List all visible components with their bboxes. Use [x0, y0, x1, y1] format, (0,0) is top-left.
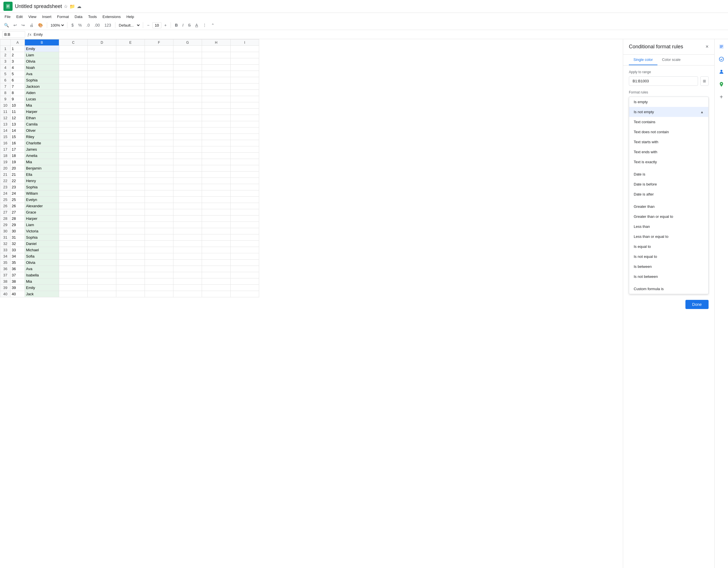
menu-tools[interactable]: Tools	[86, 13, 99, 20]
cell-a[interactable]: 19	[11, 159, 25, 165]
currency-btn[interactable]: $	[70, 22, 75, 29]
cell-h[interactable]	[202, 121, 231, 127]
cell-i[interactable]	[231, 90, 259, 96]
dropdown-item[interactable]: Less than or equal to	[629, 231, 708, 241]
cell-h[interactable]	[202, 241, 231, 247]
range-input[interactable]	[629, 76, 698, 86]
cell-i[interactable]	[231, 234, 259, 241]
col-header-c[interactable]: C	[59, 39, 88, 46]
menu-view[interactable]: View	[26, 13, 39, 20]
cell-h[interactable]	[202, 46, 231, 52]
cell-e[interactable]	[116, 171, 145, 178]
cell-e[interactable]	[116, 153, 145, 159]
cell-d[interactable]	[88, 115, 116, 121]
cell-f[interactable]	[145, 171, 173, 178]
cell-h[interactable]	[202, 83, 231, 90]
cell-c[interactable]	[59, 253, 88, 259]
cell-a[interactable]: 10	[11, 102, 25, 109]
cell-d[interactable]	[88, 178, 116, 184]
cell-a[interactable]: 23	[11, 184, 25, 190]
cell-a[interactable]: 7	[11, 83, 25, 90]
cell-a[interactable]: 31	[11, 234, 25, 241]
cell-c[interactable]	[59, 83, 88, 90]
cell-b[interactable]: Michael	[25, 247, 59, 253]
cell-d[interactable]	[88, 228, 116, 234]
cloud-icon[interactable]: ☁	[77, 4, 81, 9]
cell-c[interactable]	[59, 247, 88, 253]
cell-e[interactable]	[116, 90, 145, 96]
cell-c[interactable]	[59, 90, 88, 96]
cell-e[interactable]	[116, 184, 145, 190]
cell-i[interactable]	[231, 259, 259, 266]
cell-e[interactable]	[116, 115, 145, 121]
cell-c[interactable]	[59, 65, 88, 71]
tab-single-color[interactable]: Single color	[629, 55, 657, 65]
cell-f[interactable]	[145, 115, 173, 121]
col-header-i[interactable]: I	[231, 39, 259, 46]
cell-b[interactable]: Daniel	[25, 241, 59, 247]
cell-b[interactable]: Evelyn	[25, 197, 59, 203]
dropdown-item[interactable]: Text is exactly	[629, 157, 708, 167]
cell-g[interactable]	[173, 58, 202, 65]
cell-b[interactable]: Camila	[25, 121, 59, 127]
cell-a[interactable]: 13	[11, 121, 25, 127]
cell-i[interactable]	[231, 241, 259, 247]
dropdown-item[interactable]: Is equal to	[629, 241, 708, 251]
cell-i[interactable]	[231, 247, 259, 253]
cell-a[interactable]: 38	[11, 278, 25, 285]
cell-d[interactable]	[88, 215, 116, 222]
cell-g[interactable]	[173, 153, 202, 159]
cell-f[interactable]	[145, 127, 173, 134]
cell-e[interactable]	[116, 241, 145, 247]
cell-g[interactable]	[173, 190, 202, 197]
spreadsheet[interactable]: A B C D E F G H I 11Emily22Liam33Olivia4…	[0, 39, 623, 568]
cell-h[interactable]	[202, 159, 231, 165]
cell-e[interactable]	[116, 259, 145, 266]
cell-i[interactable]	[231, 266, 259, 272]
cell-d[interactable]	[88, 203, 116, 209]
cell-c[interactable]	[59, 115, 88, 121]
cell-g[interactable]	[173, 83, 202, 90]
cell-b[interactable]: Emily	[25, 285, 59, 291]
cell-b[interactable]: Mia	[25, 278, 59, 285]
cell-a[interactable]: 18	[11, 153, 25, 159]
italic-btn[interactable]: I	[181, 22, 185, 29]
cell-d[interactable]	[88, 90, 116, 96]
cell-b[interactable]: Jack	[25, 291, 59, 297]
dropdown-item[interactable]: Is not between	[629, 271, 708, 281]
cell-g[interactable]	[173, 77, 202, 83]
cell-d[interactable]	[88, 241, 116, 247]
cell-c[interactable]	[59, 285, 88, 291]
cell-e[interactable]	[116, 190, 145, 197]
tasks-side-icon[interactable]	[716, 54, 727, 64]
cell-g[interactable]	[173, 102, 202, 109]
close-panel-button[interactable]: ×	[705, 44, 709, 50]
cell-c[interactable]	[59, 134, 88, 140]
cell-h[interactable]	[202, 140, 231, 146]
cell-g[interactable]	[173, 178, 202, 184]
font-size-input[interactable]	[152, 22, 161, 28]
cell-i[interactable]	[231, 209, 259, 215]
cell-h[interactable]	[202, 228, 231, 234]
cell-b[interactable]: Harper	[25, 109, 59, 115]
cell-d[interactable]	[88, 71, 116, 77]
cell-c[interactable]	[59, 46, 88, 52]
cell-g[interactable]	[173, 184, 202, 190]
cell-g[interactable]	[173, 146, 202, 153]
dropdown-item[interactable]: Custom formula is	[629, 284, 708, 294]
cell-h[interactable]	[202, 266, 231, 272]
cell-g[interactable]	[173, 259, 202, 266]
cell-g[interactable]	[173, 121, 202, 127]
cell-a[interactable]: 12	[11, 115, 25, 121]
cell-i[interactable]	[231, 165, 259, 171]
cell-f[interactable]	[145, 234, 173, 241]
cell-h[interactable]	[202, 259, 231, 266]
cell-b[interactable]: Oliver	[25, 127, 59, 134]
cell-b[interactable]: Sophia	[25, 77, 59, 83]
cell-c[interactable]	[59, 190, 88, 197]
cell-f[interactable]	[145, 197, 173, 203]
col-header-f[interactable]: F	[145, 39, 173, 46]
cell-g[interactable]	[173, 140, 202, 146]
cell-f[interactable]	[145, 253, 173, 259]
cell-g[interactable]	[173, 241, 202, 247]
